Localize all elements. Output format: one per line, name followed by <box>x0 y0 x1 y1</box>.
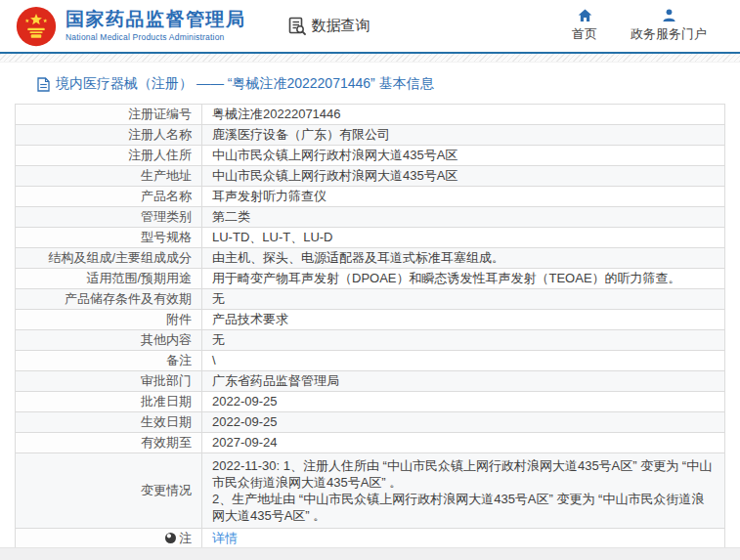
row-label: 产品储存条件及有效期 <box>16 289 202 310</box>
nav-gov-portal-label: 政务服务门户 <box>631 25 707 43</box>
row-value: 耳声发射听力筛查仪 <box>202 187 725 207</box>
row-label: 生效日期 <box>16 412 202 433</box>
data-query-label: 数据查询 <box>312 17 370 35</box>
row-label: 适用范围/预期用途 <box>16 269 202 289</box>
hatch-strip <box>0 54 740 63</box>
row-value: 第二类 <box>202 207 725 228</box>
table-row: 产品储存条件及有效期 无 <box>16 289 725 310</box>
row-value: 中山市民众镇上网行政村浪网大道435号A区 <box>202 166 725 187</box>
row-value: 无 <box>202 289 725 310</box>
row-value: LU-TD、LU-T、LU-D <box>202 228 725 248</box>
row-label: 管理类别 <box>16 207 202 228</box>
table-row: 批准日期 2022-09-25 <box>16 392 725 412</box>
row-label: 备注 <box>16 351 202 371</box>
row-value: \ <box>202 351 725 371</box>
table-row: 注册人住所 中山市民众镇上网行政村浪网大道435号A区 <box>16 146 725 166</box>
row-label: 生产地址 <box>16 166 202 187</box>
table-row: 附件 产品技术要求 <box>16 310 725 330</box>
user-icon <box>662 9 676 22</box>
row-value: 2022-09-25 <box>202 412 725 433</box>
row-label: 产品名称 <box>16 187 202 207</box>
table-row: 管理类别 第二类 <box>16 207 725 228</box>
table-row: 生效日期 2022-09-25 <box>16 412 725 433</box>
info-table-body: 注册证编号 粤械注准20222071446 注册人名称 鹿溪医疗设备（广东）有限… <box>16 105 725 549</box>
nav-home-label: 首页 <box>572 25 597 43</box>
row-value: 产品技术要求 <box>202 310 725 330</box>
row-label: 注 <box>16 529 202 549</box>
table-row: 产品名称 耳声发射听力筛查仪 <box>16 187 725 207</box>
row-label: 结构及组成/主要组成成分 <box>16 248 202 269</box>
row-label: 附件 <box>16 310 202 330</box>
home-icon <box>578 9 592 22</box>
data-query-button[interactable]: 数据查询 <box>287 17 370 36</box>
table-row: 结构及组成/主要组成成分 由主机、探头、电源适配器及耳道式标准耳塞组成。 <box>16 248 725 269</box>
row-label: 型号规格 <box>16 228 202 248</box>
data-query-icon <box>287 17 307 36</box>
note-icon <box>165 533 176 543</box>
site-title-en: National Medical Products Administration <box>65 32 246 42</box>
row-value: 2022-09-25 <box>202 392 725 412</box>
details-link[interactable]: 详情 <box>212 531 238 545</box>
site-title-cn: 国家药品监督管理局 <box>65 10 246 30</box>
registration-info-table: 注册证编号 粤械注准20222071446 注册人名称 鹿溪医疗设备（广东）有限… <box>15 104 725 549</box>
row-value: 鹿溪医疗设备（广东）有限公司 <box>202 125 725 146</box>
row-value: 2027-09-24 <box>202 433 725 453</box>
row-label: 有效期至 <box>16 433 202 453</box>
table-row: 注册人名称 鹿溪医疗设备（广东）有限公司 <box>16 125 725 146</box>
breadcrumb-text: 境内医疗器械（注册） —— “粤械注准20222071446” 基本信息 <box>56 75 434 93</box>
table-row: 型号规格 LU-TD、LU-T、LU-D <box>16 228 725 248</box>
row-value: 广东省药品监督管理局 <box>202 371 725 392</box>
table-row: 备注 \ <box>16 351 725 371</box>
table-row: 其他内容 无 <box>16 330 725 351</box>
document-icon <box>37 77 50 92</box>
table-row: 有效期至 2027-09-24 <box>16 433 725 453</box>
row-label: 其他内容 <box>16 330 202 351</box>
row-label: 批准日期 <box>16 392 202 412</box>
row-value: 无 <box>202 330 725 351</box>
table-row: 生产地址 中山市民众镇上网行政村浪网大道435号A区 <box>16 166 725 187</box>
site-header: 国家药品监督管理局 National Medical Products Admi… <box>0 0 740 52</box>
nav-home[interactable]: 首页 <box>572 9 597 43</box>
logo-text: 国家药品监督管理局 National Medical Products Admi… <box>65 10 246 43</box>
row-label: 注册人住所 <box>16 146 202 166</box>
national-emblem-icon <box>16 6 57 47</box>
table-row: 适用范围/预期用途 用于畸变产物耳声发射（DPOAE）和瞬态诱发性耳声发射（TE… <box>16 269 725 289</box>
row-label: 审批部门 <box>16 371 202 392</box>
row-label: 注册证编号 <box>16 105 202 125</box>
row-value: 中山市民众镇上网行政村浪网大道435号A区 <box>202 146 725 166</box>
table-row: 注册证编号 粤械注准20222071446 <box>16 105 725 125</box>
row-value: 详情 <box>202 529 725 549</box>
row-value: 2022-11-30: 1、注册人住所由 “中山市民众镇上网行政村浪网大道435… <box>202 453 725 529</box>
table-row: 注 详情 <box>16 529 725 549</box>
nav-gov-portal[interactable]: 政务服务门户 <box>631 9 707 43</box>
nmpa-logo[interactable]: 国家药品监督管理局 National Medical Products Admi… <box>16 6 246 47</box>
table-row: 审批部门 广东省药品监督管理局 <box>16 371 725 392</box>
row-label: 注册人名称 <box>16 125 202 146</box>
table-row: 变更情况 2022-11-30: 1、注册人住所由 “中山市民众镇上网行政村浪网… <box>16 453 725 529</box>
row-value: 由主机、探头、电源适配器及耳道式标准耳塞组成。 <box>202 248 725 269</box>
breadcrumb: 境内医疗器械（注册） —— “粤械注准20222071446” 基本信息 <box>37 75 740 93</box>
footer-strip <box>0 547 740 560</box>
row-value: 粤械注准20222071446 <box>202 105 725 125</box>
row-label: 变更情况 <box>16 453 202 529</box>
header-nav: 首页 政务服务门户 <box>572 9 724 43</box>
row-value: 用于畸变产物耳声发射（DPOAE）和瞬态诱发性耳声发射（TEOAE）的听力筛查。 <box>202 269 725 289</box>
